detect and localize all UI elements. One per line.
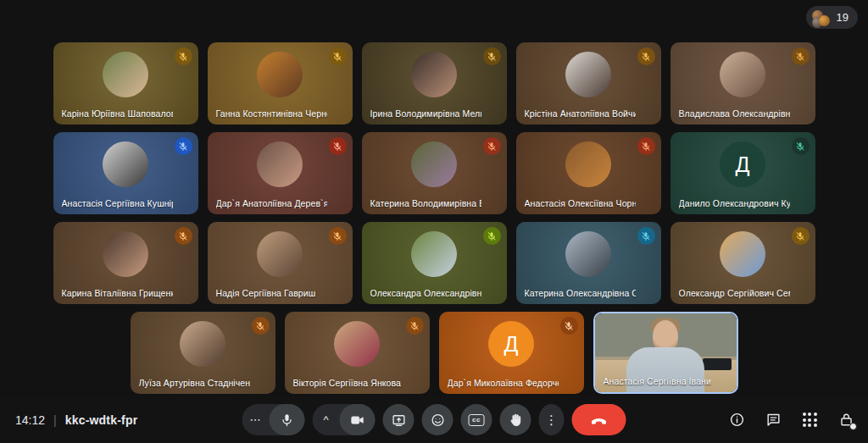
participant-tile[interactable]: Луїза Артурівна Стадніченко: [131, 312, 275, 394]
participant-tile[interactable]: Д Данило Олександрович Кучи...: [670, 132, 815, 214]
participant-name: Ганна Костянтинівна Черненко: [216, 108, 327, 119]
activities-button[interactable]: [801, 412, 818, 429]
participant-name: Данило Олександрович Кучи...: [679, 198, 790, 208]
panel-buttons: [728, 412, 854, 429]
participant-tile[interactable]: Крістіна Анатоліївна Войчик: [516, 42, 661, 125]
avatar: [565, 52, 611, 97]
mic-muted-icon: [792, 227, 810, 245]
participant-tile[interactable]: Карина Віталіївна Грищенко: [53, 222, 198, 304]
participant-name: Катерина Володимирівна Бат...: [370, 198, 481, 208]
participant-tile[interactable]: Надія Сергіївна Гавриш: [208, 222, 353, 304]
camera-control[interactable]: ^: [313, 404, 376, 435]
captions-button[interactable]: cc: [461, 404, 492, 435]
apps-grid-icon: [803, 413, 817, 427]
participant-tile[interactable]: Олександра Олександрівна ...: [362, 222, 507, 304]
participant-tile[interactable]: Анастасія Сергіївна Іваницька: [593, 312, 738, 394]
participant-tile[interactable]: Д Дар`я Миколаївна Федорченко: [439, 312, 584, 394]
divider: |: [53, 413, 57, 427]
more-options-button[interactable]: ⋮: [539, 404, 565, 435]
camera-icon[interactable]: [340, 404, 376, 435]
participant-tile[interactable]: Анастасія Олексіївна Чорноів...: [516, 132, 661, 214]
participant-tile[interactable]: Олександр Сергійович Семе...: [670, 222, 815, 304]
call-controls: ⋯ ^: [242, 404, 626, 435]
avatar: [103, 52, 148, 97]
mic-muted-icon: [792, 137, 810, 155]
participant-tile[interactable]: Вікторія Сергіївна Янкова: [285, 312, 430, 394]
mic-muted-icon: [560, 317, 578, 335]
tile-row-2: Анастасія Сергіївна Кушнірен... Дар`я Ан…: [0, 132, 868, 214]
avatar: [334, 321, 380, 367]
participant-name: Катерина Олександрівна Са...: [525, 288, 636, 298]
participant-name: Дар`я Миколаївна Федорченко: [448, 378, 559, 388]
hang-up-icon: [591, 412, 608, 429]
mic-muted-icon: [175, 227, 192, 245]
microphone-control[interactable]: ⋯: [242, 404, 305, 435]
mini-avatar: [819, 15, 830, 26]
participant-tile[interactable]: Катерина Олександрівна Са...: [516, 222, 661, 304]
mic-muted-icon: [483, 137, 501, 155]
mic-options-icon[interactable]: ⋯: [242, 413, 270, 426]
avatar: [411, 231, 457, 277]
tile-row-4: Луїза Артурівна Стадніченко Вікторія Сер…: [0, 312, 868, 394]
participant-tile[interactable]: Дар`я Анатоліївна Дерев`янко: [208, 132, 353, 214]
mic-muted-icon: [637, 137, 655, 155]
participant-tile[interactable]: Владислава Олександрівна ...: [670, 42, 815, 125]
mic-muted-icon: [329, 137, 347, 155]
reactions-button[interactable]: [422, 404, 453, 435]
mic-muted-icon: [175, 137, 192, 155]
participant-tile[interactable]: Анастасія Сергіївна Кушнірен...: [53, 132, 198, 214]
participant-tile[interactable]: Катерина Володимирівна Бат...: [362, 132, 507, 214]
avatar: [257, 141, 303, 187]
mic-muted-icon: [637, 47, 655, 65]
raise-hand-button[interactable]: [500, 404, 531, 435]
participant-name: Ірина Володимирівна Мельник: [370, 108, 481, 119]
participant-name: Анастасія Сергіївна Кушнірен...: [62, 198, 173, 208]
microphone-icon[interactable]: [270, 404, 305, 435]
meet-window: 19 Каріна Юріївна Шаповалова Ганна Костя…: [0, 0, 868, 443]
meeting-info: 14:12 | kkc-wdtk-fpr: [15, 413, 137, 427]
participant-tile[interactable]: Каріна Юріївна Шаповалова: [53, 42, 198, 125]
mic-muted-icon: [637, 227, 655, 245]
end-call-button[interactable]: [572, 404, 626, 435]
participant-name: Луїза Артурівна Стадніченко: [139, 378, 250, 388]
meeting-code: kkc-wdtk-fpr: [65, 413, 138, 427]
mic-muted-icon: [792, 47, 810, 65]
avatar: [720, 231, 765, 277]
control-bar: 14:12 | kkc-wdtk-fpr ⋯ ^: [0, 396, 868, 443]
letter-avatar: Д: [488, 321, 534, 367]
participant-name: Анастасія Олексіївна Чорноів...: [525, 198, 636, 208]
avatar: [103, 231, 148, 277]
participant-tile[interactable]: Ірина Володимирівна Мельник: [362, 42, 507, 125]
participant-name: Крістіна Анатоліївна Войчик: [525, 108, 636, 119]
tile-row-1: Каріна Юріївна Шаповалова Ганна Костянти…: [0, 42, 868, 125]
participants-mini-avatars: [812, 10, 831, 25]
participant-name: Вікторія Сергіївна Янкова: [293, 378, 404, 388]
meeting-details-button[interactable]: [728, 412, 745, 429]
mic-muted-icon: [329, 227, 347, 245]
host-controls-button[interactable]: [837, 412, 854, 429]
avatar: [180, 321, 225, 367]
mic-muted-icon: [483, 227, 501, 245]
avatar: [720, 52, 765, 97]
participant-name: Олександр Сергійович Семе...: [679, 288, 790, 298]
avatar: [411, 141, 457, 187]
participant-name: Карина Віталіївна Грищенко: [62, 288, 173, 298]
mic-muted-icon: [175, 47, 192, 65]
participants-count-pill[interactable]: 19: [806, 6, 858, 29]
participant-name: Олександра Олександрівна ...: [370, 288, 481, 298]
captions-icon: cc: [469, 414, 485, 426]
mic-muted-icon: [406, 317, 424, 335]
present-screen-button[interactable]: [383, 404, 415, 435]
avatar: [411, 52, 457, 97]
chat-button[interactable]: [765, 412, 782, 429]
tile-row-3: Карина Віталіївна Грищенко Надія Сергіїв…: [0, 222, 868, 304]
participant-name: Каріна Юріївна Шаповалова: [62, 108, 173, 119]
participant-tile[interactable]: Ганна Костянтинівна Черненко: [208, 42, 353, 125]
camera-options-icon[interactable]: ^: [313, 413, 340, 426]
mic-muted-icon: [252, 317, 270, 335]
participant-name: Дар`я Анатоліївна Дерев`янко: [216, 198, 327, 208]
avatar: [257, 231, 303, 277]
participant-name: Анастасія Сергіївна Іваницька: [604, 376, 711, 386]
avatar: [565, 231, 611, 277]
mic-muted-icon: [329, 47, 347, 65]
